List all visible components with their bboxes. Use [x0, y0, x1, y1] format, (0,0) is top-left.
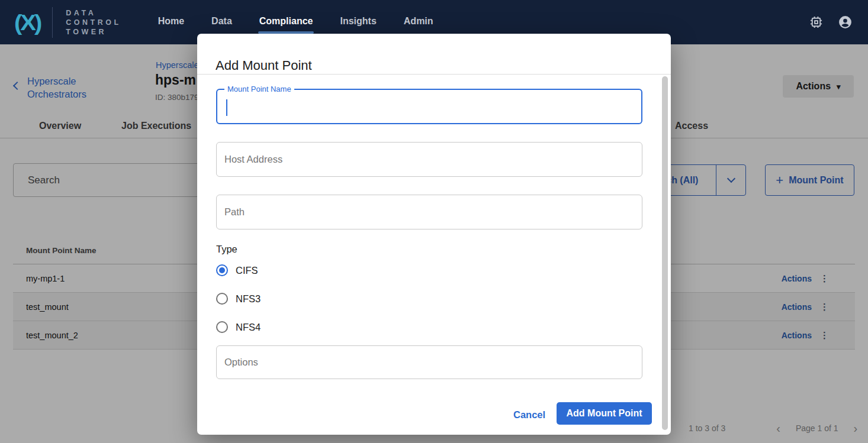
cancel-button[interactable]: Cancel [509, 407, 550, 423]
app-canvas: Hyperscale Orchestrators Hyperscale hps-… [0, 0, 868, 443]
path-field [216, 195, 642, 229]
radio-unselected-icon [216, 321, 228, 333]
nav-links: Home Data Compliance Insights Admin [158, 16, 433, 29]
brand-line-3: TOWER [66, 27, 121, 37]
add-mount-point-submit-button[interactable]: Add Mount Point [557, 402, 652, 425]
path-input[interactable] [217, 195, 642, 229]
nav-item-compliance[interactable]: Compliance [259, 16, 313, 29]
add-mount-point-dialog: Add Mount Point Mount Point Name Type CI… [197, 34, 671, 435]
brand-logo-icon[interactable]: (X) [14, 11, 40, 33]
brand-line-2: CONTROL [66, 18, 121, 27]
radio-cifs[interactable]: CIFS [216, 264, 258, 276]
options-input[interactable] [217, 346, 642, 379]
nav-item-insights[interactable]: Insights [340, 16, 376, 29]
mount-point-name-input[interactable] [217, 90, 641, 123]
host-address-input[interactable] [217, 143, 642, 176]
brand-wordmark: DATA CONTROL TOWER [66, 8, 121, 37]
dialog-title: Add Mount Point [216, 58, 312, 73]
dialog-scrollbar[interactable] [662, 76, 668, 430]
account-icon[interactable] [838, 15, 853, 30]
mount-point-name-label: Mount Point Name [224, 85, 294, 93]
radio-nfs4-label: NFS4 [236, 322, 261, 333]
logo-divider [52, 7, 53, 38]
radio-nfs4[interactable]: NFS4 [216, 321, 261, 333]
dialog-header-divider [197, 74, 671, 75]
radio-nfs3[interactable]: NFS3 [216, 293, 261, 305]
radio-cifs-label: CIFS [236, 265, 258, 276]
nav-item-home[interactable]: Home [158, 16, 184, 29]
radio-nfs3-label: NFS3 [236, 293, 261, 305]
nav-item-data[interactable]: Data [211, 16, 232, 29]
mount-point-name-field: Mount Point Name [216, 89, 642, 124]
brand-line-1: DATA [66, 8, 121, 18]
nav-item-admin[interactable]: Admin [404, 16, 433, 29]
radio-unselected-icon [216, 293, 228, 305]
radio-selected-icon [216, 264, 228, 276]
nav-right-icons [809, 15, 853, 30]
text-cursor [226, 99, 227, 116]
options-field [216, 345, 642, 379]
host-address-field [216, 142, 642, 177]
type-group-label: Type [216, 244, 237, 255]
chip-icon[interactable] [809, 15, 823, 29]
